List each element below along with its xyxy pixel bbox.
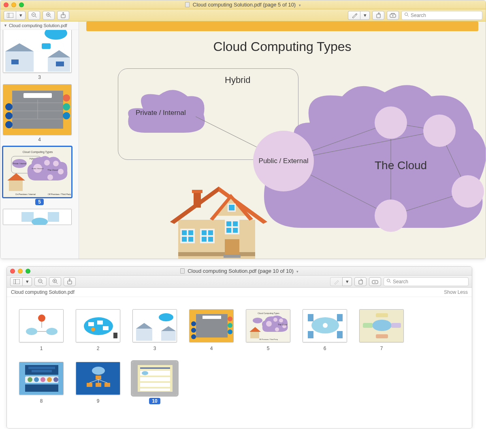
grid-thumb-2[interactable]: 2 (76, 309, 120, 351)
search-field[interactable]: Search (384, 277, 469, 286)
svg-rect-11 (377, 14, 380, 18)
thumbnail-3-label: 3 (3, 74, 76, 80)
grid-thumb-4[interactable]: 4 (189, 309, 234, 351)
svg-point-176 (53, 377, 58, 382)
grid-thumb-7[interactable]: 7 (359, 309, 404, 351)
svg-line-15 (407, 15, 409, 17)
view-mode-menu-button[interactable]: ▾ (16, 11, 26, 20)
traffic-lights (10, 269, 30, 274)
svg-point-140 (228, 323, 232, 328)
svg-point-32 (5, 103, 13, 110)
grid-thumb-1[interactable]: 1 (19, 309, 64, 351)
close-window-button[interactable] (10, 269, 15, 274)
markup-button[interactable] (387, 11, 399, 20)
hybrid-label: Hybrid (225, 75, 251, 85)
grid-thumb-10[interactable]: 10 (132, 362, 177, 404)
grid-thumb-8[interactable]: 8 (19, 362, 64, 404)
share-button[interactable] (57, 11, 69, 20)
svg-rect-164 (376, 334, 388, 338)
search-icon (404, 12, 409, 18)
sidebar-icon (13, 279, 20, 284)
svg-rect-85 (202, 230, 207, 235)
svg-rect-129 (136, 329, 152, 341)
svg-point-47 (53, 161, 59, 166)
svg-rect-180 (96, 376, 101, 380)
view-mode-button[interactable] (10, 277, 22, 286)
thumbnail-4[interactable]: 4 (3, 84, 76, 142)
titlebar[interactable]: Cloud computing Solution.pdf (page 10 of… (7, 267, 472, 276)
svg-rect-114 (19, 309, 63, 342)
highlight-menu-button[interactable]: ▾ (342, 277, 352, 286)
grid-thumb-2-label: 2 (97, 346, 100, 351)
thumbnail-grid[interactable]: 1 2 3 4 Cloud Computing TypesThe CloudOf… (7, 297, 472, 428)
rotate-button[interactable] (354, 277, 367, 286)
sidebar-header[interactable]: ▼ Cloud computing Solution.pdf (0, 21, 79, 30)
svg-rect-177 (25, 384, 58, 392)
zoom-in-icon (46, 12, 52, 18)
svg-rect-93 (233, 228, 238, 233)
chevron-down-icon: ▾ (296, 270, 298, 274)
svg-rect-91 (233, 221, 238, 226)
grid-thumb-10-label: 10 (149, 398, 160, 404)
thumbnail-5[interactable]: Cloud Computing Types Private / Internal… (3, 147, 76, 205)
svg-rect-57 (48, 212, 59, 222)
preview-window-2: Cloud computing Solution.pdf (page 10 of… (6, 266, 472, 429)
svg-point-67 (423, 115, 456, 147)
svg-rect-166 (391, 323, 401, 328)
svg-rect-86 (208, 230, 213, 235)
svg-rect-87 (202, 237, 207, 242)
zoom-out-button[interactable] (34, 277, 47, 286)
search-field[interactable]: Search (401, 11, 482, 20)
view-mode-button[interactable] (4, 11, 16, 20)
document-view[interactable]: Cloud Computing Types Hybrid (79, 21, 486, 259)
markup-button[interactable] (369, 277, 381, 286)
house-illustration (166, 175, 267, 259)
grid-thumb-3[interactable]: 3 (132, 309, 177, 351)
svg-text:The Cloud: The Cloud (278, 323, 287, 326)
minimize-window-button[interactable] (18, 269, 23, 274)
thumbnails-column[interactable]: 3 (0, 30, 79, 225)
page-5-canvas: Cloud Computing Types Hybrid (79, 21, 486, 259)
svg-point-121 (84, 317, 113, 335)
svg-rect-82 (182, 237, 187, 242)
svg-rect-98 (13, 279, 20, 284)
zoom-out-icon (38, 278, 44, 285)
zoom-in-button[interactable] (43, 11, 55, 20)
svg-point-149 (275, 327, 279, 331)
svg-rect-97 (224, 255, 241, 258)
show-less-button[interactable]: Show Less (444, 289, 468, 295)
highlight-button[interactable] (330, 277, 342, 286)
svg-rect-135 (202, 316, 221, 319)
titlebar[interactable]: Cloud computing Solution.pdf (page 5 of … (0, 0, 486, 9)
grid-thumb-6[interactable]: 6 (303, 309, 347, 351)
view-mode-menu-button[interactable]: ▾ (22, 277, 32, 286)
svg-rect-123 (97, 321, 103, 325)
disclosure-triangle-icon[interactable]: ▼ (4, 23, 7, 28)
zoom-in-button[interactable] (49, 277, 61, 286)
svg-rect-124 (103, 326, 109, 330)
markup-icon (390, 13, 396, 18)
svg-text:On Premises / Internal: On Premises / Internal (15, 193, 36, 195)
svg-rect-158 (308, 331, 313, 338)
thumbnail-3[interactable]: 3 (3, 30, 76, 80)
svg-rect-126 (113, 333, 117, 338)
fullscreen-window-button[interactable] (26, 269, 30, 274)
highlight-button[interactable] (348, 11, 360, 20)
svg-text:Off Premises / Third Party: Off Premises / Third Party (48, 193, 71, 195)
zoom-out-button[interactable] (28, 11, 40, 20)
contact-sheet-header: Cloud computing Solution.pdf Show Less (7, 288, 472, 297)
svg-point-46 (44, 160, 50, 166)
thumbnail-6[interactable] (3, 209, 76, 225)
fullscreen-window-button[interactable] (19, 2, 24, 7)
minimize-window-button[interactable] (11, 2, 16, 7)
highlight-menu-button[interactable]: ▾ (360, 11, 370, 20)
search-placeholder: Search (411, 13, 426, 18)
share-button[interactable] (64, 277, 76, 286)
grid-thumb-5[interactable]: Cloud Computing TypesThe CloudOff Premis… (246, 309, 290, 351)
close-window-button[interactable] (4, 2, 9, 7)
rotate-icon (375, 13, 382, 18)
grid-thumb-9[interactable]: 9 (76, 362, 120, 404)
rotate-button[interactable] (372, 11, 384, 20)
page-title: Cloud Computing Types (79, 39, 486, 54)
svg-point-179 (92, 367, 105, 375)
